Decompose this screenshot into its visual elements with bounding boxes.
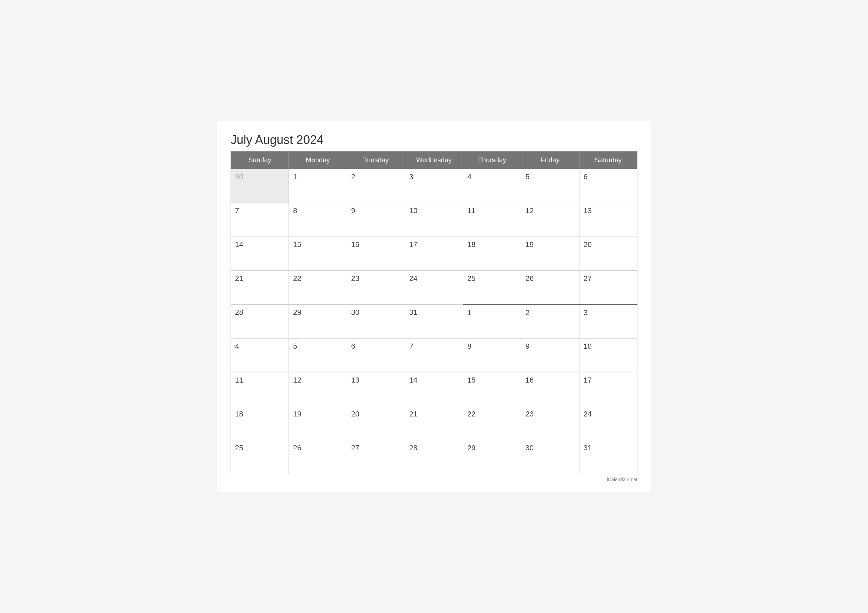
calendar-day-cell[interactable]: 5	[521, 169, 579, 203]
calendar-day-cell[interactable]: 4	[231, 339, 289, 372]
calendar-day-cell[interactable]: 12	[521, 203, 579, 237]
calendar-day-cell[interactable]: 14	[231, 237, 289, 271]
calendar-day-cell[interactable]: 22	[463, 406, 521, 440]
calendar-day-cell[interactable]: 18	[463, 237, 521, 271]
calendar-week-row: 21222324252627	[231, 271, 637, 305]
header-row: SundayMondayTuesdayWednesdayThursdayFrid…	[231, 152, 637, 169]
header-cell-saturday: Saturday	[579, 152, 637, 169]
calendar-week-row: 25262728293031	[231, 440, 637, 474]
calendar-week-row: 18192021222324	[231, 406, 637, 440]
calendar-day-cell[interactable]: 24	[405, 271, 463, 305]
calendar-day-cell[interactable]: 31	[579, 440, 637, 474]
calendar-day-cell[interactable]: 11	[463, 203, 521, 237]
calendar-day-cell[interactable]: 21	[405, 406, 463, 440]
calendar-day-cell[interactable]: 14	[405, 372, 463, 406]
calendar-week-row: 78910111213	[231, 203, 637, 237]
calendar-table: SundayMondayTuesdayWednesdayThursdayFrid…	[231, 151, 637, 474]
header-cell-monday: Monday	[289, 152, 347, 169]
calendar-day-cell[interactable]: 16	[347, 237, 405, 271]
header-cell-wednesday: Wednesday	[405, 152, 463, 169]
calendar-day-cell[interactable]: 27	[579, 271, 637, 305]
header-cell-sunday: Sunday	[231, 152, 289, 169]
calendar-week-row: 45678910	[231, 339, 637, 372]
calendar-day-cell[interactable]: 25	[231, 440, 289, 474]
calendar-week-row: 28293031123	[231, 305, 637, 339]
calendar-day-cell[interactable]: 4	[463, 169, 521, 203]
calendar-day-cell[interactable]: 23	[347, 271, 405, 305]
calendar-week-row: 14151617181920	[231, 237, 637, 271]
calendar-day-cell[interactable]: 6	[347, 339, 405, 372]
footer-text: iCalendars.net	[607, 477, 637, 482]
calendar-day-cell[interactable]: 3	[405, 169, 463, 203]
calendar-day-cell[interactable]: 8	[463, 339, 521, 372]
calendar-week-row: 11121314151617	[231, 372, 637, 406]
calendar-day-cell[interactable]: 19	[521, 237, 579, 271]
calendar-day-cell[interactable]: 10	[579, 339, 637, 372]
calendar-day-cell[interactable]: 27	[347, 440, 405, 474]
calendar-day-cell[interactable]: 9	[347, 203, 405, 237]
calendar-day-cell[interactable]: 11	[231, 372, 289, 406]
calendar-day-cell[interactable]: 23	[521, 406, 579, 440]
calendar-day-cell[interactable]: 7	[405, 339, 463, 372]
calendar-day-cell[interactable]: 1	[289, 169, 347, 203]
calendar-day-cell[interactable]: 6	[579, 169, 637, 203]
calendar-day-cell[interactable]: 5	[289, 339, 347, 372]
calendar-day-cell[interactable]: 28	[405, 440, 463, 474]
calendar-day-cell[interactable]: 20	[579, 237, 637, 271]
calendar-day-cell[interactable]: 9	[521, 339, 579, 372]
calendar-header: SundayMondayTuesdayWednesdayThursdayFrid…	[231, 152, 637, 169]
calendar-day-cell[interactable]: 22	[289, 271, 347, 305]
calendar-day-cell[interactable]: 12	[289, 372, 347, 406]
calendar-day-cell[interactable]: 18	[231, 406, 289, 440]
calendar-day-cell[interactable]: 30	[521, 440, 579, 474]
header-cell-thursday: Thursday	[463, 152, 521, 169]
calendar-day-cell[interactable]: 17	[405, 237, 463, 271]
calendar-day-cell[interactable]: 21	[231, 271, 289, 305]
calendar-day-cell[interactable]: 26	[521, 271, 579, 305]
calendar-day-cell[interactable]: 7	[231, 203, 289, 237]
footer: iCalendars.net	[231, 477, 637, 482]
calendar-day-cell[interactable]: 19	[289, 406, 347, 440]
calendar-body: 3012345678910111213141516171819202122232…	[231, 169, 637, 474]
calendar-day-cell[interactable]: 31	[405, 305, 463, 339]
calendar-day-cell[interactable]: 25	[463, 271, 521, 305]
calendar-day-cell[interactable]: 13	[347, 372, 405, 406]
calendar-day-cell[interactable]: 17	[579, 372, 637, 406]
calendar-container: July August 2024 SundayMondayTuesdayWedn…	[217, 121, 651, 492]
calendar-day-cell[interactable]: 2	[521, 305, 579, 339]
calendar-day-cell[interactable]: 30	[231, 169, 289, 203]
calendar-day-cell[interactable]: 16	[521, 372, 579, 406]
calendar-title: July August 2024	[231, 133, 637, 147]
header-cell-friday: Friday	[521, 152, 579, 169]
calendar-week-row: 30123456	[231, 169, 637, 203]
calendar-day-cell[interactable]: 28	[231, 305, 289, 339]
calendar-day-cell[interactable]: 15	[289, 237, 347, 271]
calendar-day-cell[interactable]: 29	[289, 305, 347, 339]
calendar-day-cell[interactable]: 30	[347, 305, 405, 339]
calendar-day-cell[interactable]: 13	[579, 203, 637, 237]
calendar-day-cell[interactable]: 29	[463, 440, 521, 474]
calendar-day-cell[interactable]: 2	[347, 169, 405, 203]
calendar-day-cell[interactable]: 20	[347, 406, 405, 440]
header-cell-tuesday: Tuesday	[347, 152, 405, 169]
calendar-day-cell[interactable]: 3	[579, 305, 637, 339]
calendar-day-cell[interactable]: 15	[463, 372, 521, 406]
calendar-day-cell[interactable]: 10	[405, 203, 463, 237]
calendar-day-cell[interactable]: 24	[579, 406, 637, 440]
calendar-day-cell[interactable]: 1	[463, 305, 521, 339]
calendar-day-cell[interactable]: 26	[289, 440, 347, 474]
calendar-day-cell[interactable]: 8	[289, 203, 347, 237]
